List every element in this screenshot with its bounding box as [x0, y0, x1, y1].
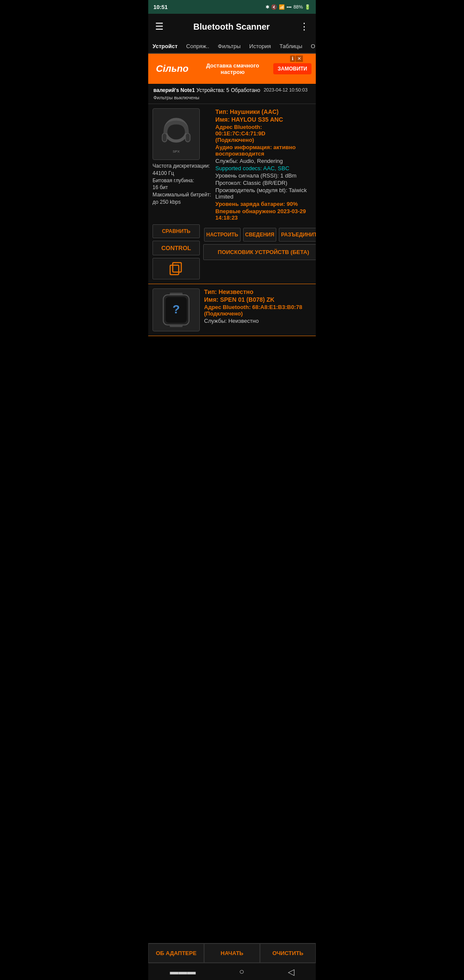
device-name: валерий's Note1: [153, 87, 195, 93]
device-info-bar: валерий's Note1 Устройства: 5 Обработано…: [148, 84, 316, 104]
info-button[interactable]: СВЕДЕНИЯ: [243, 228, 277, 242]
scan-timestamp: 2023-04-12 10:50:03: [264, 87, 308, 93]
device2-services: Службы: Неизвестно: [204, 318, 311, 324]
more-options-icon[interactable]: ⋮: [299, 21, 309, 32]
ad-close-icon[interactable]: ✕: [296, 55, 303, 62]
device1-info: Тип: Наушники (AAC) Имя: HAYLOU S35 ANC …: [215, 108, 311, 222]
device1-audio-specs: Частота дискретизации: 44100 Гц Битовая …: [153, 162, 211, 206]
headphone-illustration: SPX: [157, 115, 195, 153]
tab-filters[interactable]: Фильтры: [214, 40, 245, 54]
processed-label: Обработано: [231, 87, 260, 93]
status-time: 10:51: [153, 4, 168, 10]
device1-address: Адрес Bluetooth: 00:1E:7C:C4:71:9D (Подк…: [215, 124, 311, 143]
bit-depth-label: Битовая глубина:: [153, 177, 211, 184]
status-icons: ✱ 🔇 📶 ▪▪▪ 88% 🔋: [266, 4, 311, 10]
watch-illustration: ?: [159, 291, 193, 329]
card-right-buttons: НАСТРОИТЬ СВЕДЕНИЯ РАЗЪЕДИНИТЬ ПОИСКОВИК…: [203, 224, 316, 279]
ad-text: Доставка смачного настрою: [192, 62, 274, 75]
svg-rect-5: [173, 263, 181, 272]
hamburger-icon[interactable]: ☰: [155, 21, 164, 32]
ad-cta-button[interactable]: ЗАМОВИТИ: [273, 63, 311, 74]
device1-name: Имя: HAYLOU S35 ANC: [215, 116, 311, 123]
battery-icon: 🔋: [305, 4, 311, 10]
card-bottom-area: СРАВНИТЬ CONTROL НАСТРОИТЬ СВЕДЕНИЯ РАЗЪ…: [153, 224, 311, 279]
device1-type: Тип: Наушники (AAC): [215, 108, 311, 115]
copy-svg-icon: [168, 261, 184, 276]
device1-manufacturer: Производитель (модуля bt): Taiwick Limit…: [215, 187, 311, 200]
copy-icon-button[interactable]: [153, 258, 200, 279]
battery-text: 88%: [293, 4, 303, 9]
signal-icon: ▪▪▪: [287, 4, 292, 9]
bluetooth-icon: ✱: [266, 4, 269, 10]
device1-image: SPX: [153, 108, 200, 160]
device-card-2: ? Тип: Неизвестно Имя: SPEN 01 (B078) ZK…: [148, 284, 316, 336]
max-bitrate-label: Максимальный битрейт:: [153, 191, 211, 199]
finder-button[interactable]: ПОИСКОВИК УСТРОЙСТВ (БЕТА): [203, 244, 316, 260]
app-header: ☰ Bluetooth Scanner ⋮: [148, 14, 316, 40]
device2-image: ?: [153, 288, 200, 331]
tab-about[interactable]: О прогр..: [307, 40, 316, 54]
tab-bar: Устройст Сопряж.. Фильтры История Таблиц…: [148, 40, 316, 54]
settings-button[interactable]: НАСТРОИТЬ: [204, 228, 241, 242]
ad-banner: Сільпо Доставка смачного настрою ЗАМОВИТ…: [148, 54, 316, 84]
filters-status: Фильтры выключены: [153, 95, 199, 100]
svg-rect-10: [170, 325, 183, 327]
device2-name: Имя: SPEN 01 (B078) ZK: [204, 296, 311, 303]
mute-icon: 🔇: [271, 4, 277, 10]
tab-devices[interactable]: Устройст: [148, 40, 182, 54]
device1-services: Службы: Audio, Rendering: [215, 158, 311, 164]
action-buttons-row: НАСТРОИТЬ СВЕДЕНИЯ РАЗЪЕДИНИТЬ: [203, 228, 316, 242]
device1-audio: Аудио информация: активно воспроизводитс…: [215, 144, 311, 157]
compare-button[interactable]: СРАВНИТЬ: [153, 224, 200, 238]
device1-rssi: Уровень сигнала (RSSI): 1 dBm: [215, 172, 311, 179]
svg-rect-2: [186, 133, 190, 142]
status-bar: 10:51 ✱ 🔇 📶 ▪▪▪ 88% 🔋: [148, 0, 316, 14]
svg-text:?: ?: [172, 303, 180, 316]
device-card-1: SPX Частота дискретизации: 44100 Гц Бито…: [148, 104, 316, 284]
svg-rect-1: [162, 133, 167, 142]
device-card-inner: SPX Частота дискретизации: 44100 Гц Бито…: [153, 108, 311, 222]
ad-info-icon[interactable]: ℹ: [290, 55, 295, 62]
device1-codecs: Supported codecs: AAC, SBC: [215, 165, 311, 172]
bit-depth-value: 16 бит: [153, 184, 211, 191]
svg-rect-4: [170, 265, 179, 275]
device1-discovered: Впервые обнаружено 2023-03-29 14:18:23: [215, 208, 311, 221]
device1-protocol: Протокол: Classic (BR/EDR): [215, 180, 311, 186]
device1-battery: Уровень заряда батареи: 90%: [215, 201, 311, 207]
tab-tables[interactable]: Таблицы: [275, 40, 306, 54]
card-left-buttons: СРАВНИТЬ CONTROL: [153, 224, 200, 279]
device2-info: Тип: Неизвестно Имя: SPEN 01 (B078) ZK А…: [204, 288, 311, 331]
disconnect-button[interactable]: РАЗЪЕДИНИТЬ: [279, 228, 316, 242]
ad-logo: Сільпо: [153, 61, 192, 76]
sample-rate-label: Частота дискретизации:: [153, 162, 211, 170]
tab-pairing[interactable]: Сопряж..: [182, 40, 214, 54]
wifi-icon: 📶: [279, 4, 285, 10]
app-title: Bluetooth Scanner: [193, 22, 270, 32]
svg-text:SPX: SPX: [173, 150, 180, 153]
sample-rate-value: 44100 Гц: [153, 170, 211, 177]
device-count: Устройства: 5: [196, 87, 229, 93]
control-button[interactable]: CONTROL: [153, 241, 200, 255]
device2-type: Тип: Неизвестно: [204, 288, 311, 295]
device2-card-inner: ? Тип: Неизвестно Имя: SPEN 01 (B078) ZK…: [153, 288, 311, 331]
tab-history[interactable]: История: [245, 40, 275, 54]
max-bitrate-value: до 250 kbps: [153, 199, 211, 206]
device1-image-container: SPX Частота дискретизации: 44100 Гц Бито…: [153, 108, 211, 222]
device2-address: Адрес Bluetooth: 68:A8:E1:B3:B0:78 (Подк…: [204, 304, 311, 317]
